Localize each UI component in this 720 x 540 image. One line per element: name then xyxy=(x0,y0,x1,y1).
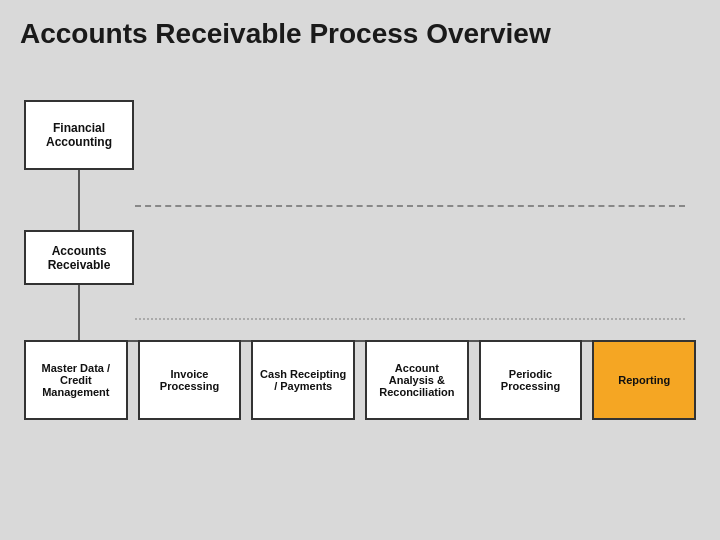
dotted-line-ar xyxy=(135,318,685,320)
accounts-receivable-label: Accounts Receivable xyxy=(32,244,126,272)
invoice-processing-label: Invoice Processing xyxy=(144,368,236,392)
reporting-label: Reporting xyxy=(618,374,670,386)
financial-accounting-node: Financial Accounting xyxy=(24,100,134,170)
invoice-processing-node: Invoice Processing xyxy=(138,340,242,420)
reporting-node: Reporting xyxy=(592,340,696,420)
page-title: Accounts Receivable Process Overview xyxy=(0,0,720,60)
connector-v1 xyxy=(78,170,80,230)
account-analysis-node: Account Analysis & Reconciliation xyxy=(365,340,469,420)
master-data-node: Master Data / Credit Management xyxy=(24,340,128,420)
accounts-receivable-node: Accounts Receivable xyxy=(24,230,134,285)
cash-receipting-label: Cash Receipting / Payments xyxy=(257,368,349,392)
diagram-area: Financial Accounting Accounts Receivable… xyxy=(10,70,710,530)
account-analysis-label: Account Analysis & Reconciliation xyxy=(371,362,463,398)
cash-receipting-node: Cash Receipting / Payments xyxy=(251,340,355,420)
master-data-label: Master Data / Credit Management xyxy=(30,362,122,398)
bottom-row: Master Data / Credit Management Invoice … xyxy=(10,340,710,420)
connector-v2 xyxy=(78,285,80,340)
financial-accounting-label: Financial Accounting xyxy=(32,121,126,149)
dashed-line-financial xyxy=(135,205,685,207)
periodic-processing-label: Periodic Processing xyxy=(485,368,577,392)
periodic-processing-node: Periodic Processing xyxy=(479,340,583,420)
